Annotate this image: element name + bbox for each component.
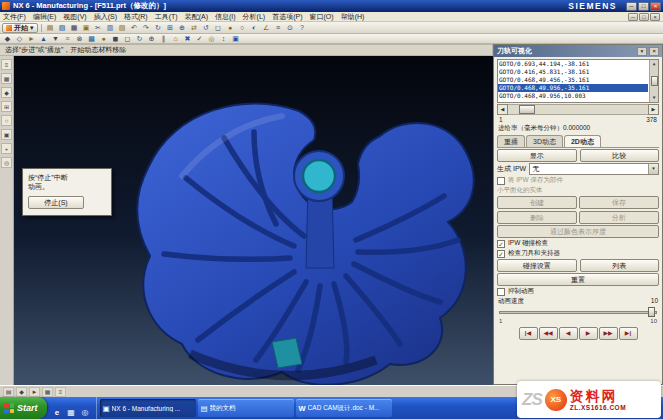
show-part-icon[interactable]: ◻ bbox=[122, 34, 133, 44]
create-tool-icon[interactable]: ◇ bbox=[14, 34, 25, 44]
scroll-down-icon[interactable]: ▼ bbox=[653, 94, 656, 102]
holder-check-checkbox[interactable]: ✓ bbox=[497, 250, 505, 258]
generate-ipw-combo[interactable]: 无 ▼ bbox=[529, 163, 659, 175]
play-backward-button[interactable]: ◀ bbox=[559, 327, 578, 340]
close-button[interactable]: × bbox=[650, 2, 661, 11]
panel-close-icon[interactable]: × bbox=[649, 47, 659, 56]
save-ipw-checkbox[interactable] bbox=[497, 177, 505, 185]
layers-icon[interactable]: ≡ bbox=[273, 23, 284, 33]
stop-button[interactable]: 停止(S) bbox=[28, 196, 84, 209]
thickness-by-color-button[interactable]: 通过颜色表示厚度 bbox=[497, 225, 659, 238]
geometry-group-icon[interactable]: ▩ bbox=[86, 34, 97, 44]
reset-button[interactable]: 重置 bbox=[497, 273, 659, 286]
facet-删除-button[interactable]: 删除 bbox=[497, 211, 577, 224]
menu-item-分析(L)[interactable]: 分析(L) bbox=[243, 12, 266, 22]
cut-icon[interactable]: ✂ bbox=[93, 23, 104, 33]
goto-line[interactable]: GOTO/0.693,44.194,-38.161 bbox=[498, 60, 648, 68]
history-palette-icon[interactable]: ○ bbox=[1, 115, 12, 126]
graphics-viewport[interactable] bbox=[14, 56, 493, 385]
menu-item-首选项(P)[interactable]: 首选项(P) bbox=[272, 12, 302, 22]
generate-toolpath-icon[interactable]: ► bbox=[26, 34, 37, 44]
goto-list[interactable]: ▲ ▼ GOTO/0.693,44.194,-38.161GOTO/0.416,… bbox=[497, 59, 659, 103]
undo-icon[interactable]: ↶ bbox=[129, 23, 140, 33]
paste-icon[interactable]: ▨ bbox=[117, 23, 128, 33]
tab-重播[interactable]: 重播 bbox=[497, 135, 525, 147]
facet-创建-button[interactable]: 创建 bbox=[497, 196, 577, 209]
status-menu-icon[interactable]: ≡ bbox=[55, 387, 66, 397]
menu-item-文件(F)[interactable]: 文件(F) bbox=[3, 12, 26, 22]
go-to-start-button[interactable]: |◀ bbox=[519, 327, 538, 340]
front-view-icon[interactable]: ◻ bbox=[213, 23, 224, 33]
part-navigator-icon[interactable]: ▦ bbox=[1, 73, 12, 84]
blank-part-icon[interactable]: ◼ bbox=[110, 34, 121, 44]
panel-title-bar[interactable]: 刀轨可视化 ▾ × bbox=[494, 45, 662, 57]
pan-icon[interactable]: ⇄ bbox=[189, 23, 200, 33]
collision-settings-button[interactable]: 碰撞设置 bbox=[497, 259, 577, 272]
play-forward-button[interactable]: ▶ bbox=[579, 327, 598, 340]
menu-item-工具(T)[interactable]: 工具(T) bbox=[155, 12, 178, 22]
goto-line[interactable]: GOTO/0.468,49.956,-35.161 bbox=[498, 84, 648, 92]
shaded-icon[interactable]: ● bbox=[225, 23, 236, 33]
play-status-icon[interactable]: ► bbox=[29, 387, 40, 397]
menu-item-格式(R)[interactable]: 格式(R) bbox=[124, 12, 148, 22]
facet-保存-button[interactable]: 保存 bbox=[579, 196, 659, 209]
hub-boss[interactable] bbox=[303, 160, 335, 192]
menu-item-视图(V)[interactable]: 视图(V) bbox=[63, 12, 86, 22]
machine-tool-navigator-icon[interactable]: ⊞ bbox=[1, 101, 12, 112]
measure-icon[interactable]: ∠ bbox=[261, 23, 272, 33]
copy-icon[interactable]: ▥ bbox=[105, 23, 116, 33]
maximize-button[interactable]: □ bbox=[638, 2, 649, 11]
step-forward-button[interactable]: ▶▶ bbox=[599, 327, 618, 340]
goto-line[interactable]: GOTO/0.468,49.956,10.003 bbox=[498, 92, 648, 100]
slider-track[interactable] bbox=[508, 104, 648, 115]
ipw-collision-checkbox[interactable]: ✓ bbox=[497, 240, 505, 248]
frame-slider[interactable]: ◀ ▶ bbox=[497, 104, 659, 115]
child-close-button[interactable]: × bbox=[650, 13, 660, 21]
facet-分析-button[interactable]: 分析 bbox=[579, 211, 659, 224]
wireframe-icon[interactable]: ○ bbox=[237, 23, 248, 33]
snap-icon[interactable]: ⊙ bbox=[285, 23, 296, 33]
home-view-icon[interactable]: ⌂ bbox=[170, 34, 181, 44]
internet-explorer-icon[interactable]: e bbox=[52, 403, 63, 413]
grid-status-icon[interactable]: ▦ bbox=[42, 387, 53, 397]
animation-speed-slider[interactable] bbox=[499, 307, 657, 317]
target-icon[interactable]: ◎ bbox=[206, 34, 217, 44]
goto-line[interactable]: GOTO/0.416,45.831,-38.161 bbox=[498, 68, 648, 76]
help-icon[interactable]: ? bbox=[297, 23, 308, 33]
impeller-model[interactable] bbox=[137, 103, 474, 384]
expand-icon[interactable]: ⊕ bbox=[146, 34, 157, 44]
machine-setup-icon[interactable]: ⊗ bbox=[74, 34, 85, 44]
tab-2D动态[interactable]: 2D动态 bbox=[564, 135, 601, 147]
rotate-icon[interactable]: ↺ bbox=[201, 23, 212, 33]
swap-icon[interactable]: ↕ bbox=[218, 34, 229, 44]
minimize-button[interactable]: ─ bbox=[626, 2, 637, 11]
list-button[interactable]: 列表 bbox=[580, 259, 660, 272]
slider-thumb[interactable] bbox=[519, 105, 535, 114]
save-icon[interactable]: ▦ bbox=[69, 23, 80, 33]
section-icon[interactable]: ∥ bbox=[158, 34, 169, 44]
speed-slider-thumb[interactable] bbox=[648, 307, 655, 317]
show-button[interactable]: 显示 bbox=[497, 149, 577, 162]
menu-item-插入(S)[interactable]: 插入(S) bbox=[94, 12, 117, 22]
tab-3D动态[interactable]: 3D动态 bbox=[526, 135, 563, 147]
open-icon[interactable]: ▧ bbox=[57, 23, 68, 33]
taskbar-item[interactable]: ▣NX 6 - Manufacturing ... bbox=[100, 399, 196, 417]
media-player-icon[interactable]: ◎ bbox=[80, 403, 91, 413]
regenerate-icon[interactable]: ↻ bbox=[134, 34, 145, 44]
delete-icon[interactable]: ✖ bbox=[182, 34, 193, 44]
operation-list-icon[interactable]: ≡ bbox=[62, 34, 73, 44]
step-back-button[interactable]: ◀◀ bbox=[539, 327, 558, 340]
go-to-end-button[interactable]: ▶| bbox=[619, 327, 638, 340]
menu-item-帮助(H)[interactable]: 帮助(H) bbox=[341, 12, 365, 22]
dropdown-arrow-icon[interactable]: ▼ bbox=[648, 164, 658, 174]
fit-view-icon[interactable]: ⊞ bbox=[165, 23, 176, 33]
refresh-icon[interactable]: ↻ bbox=[153, 23, 164, 33]
menu-item-窗口(O)[interactable]: 窗口(O) bbox=[310, 12, 334, 22]
goto-list-scrollbar[interactable]: ▲ ▼ bbox=[649, 60, 658, 102]
roles-icon[interactable]: + bbox=[1, 143, 12, 154]
snap-point-icon[interactable]: ◆ bbox=[16, 387, 27, 397]
slider-right-icon[interactable]: ▶ bbox=[648, 104, 659, 115]
menu-item-编辑(E)[interactable]: 编辑(E) bbox=[33, 12, 56, 22]
child-minimize-button[interactable]: ─ bbox=[628, 13, 638, 21]
compare-button[interactable]: 比较 bbox=[580, 149, 660, 162]
